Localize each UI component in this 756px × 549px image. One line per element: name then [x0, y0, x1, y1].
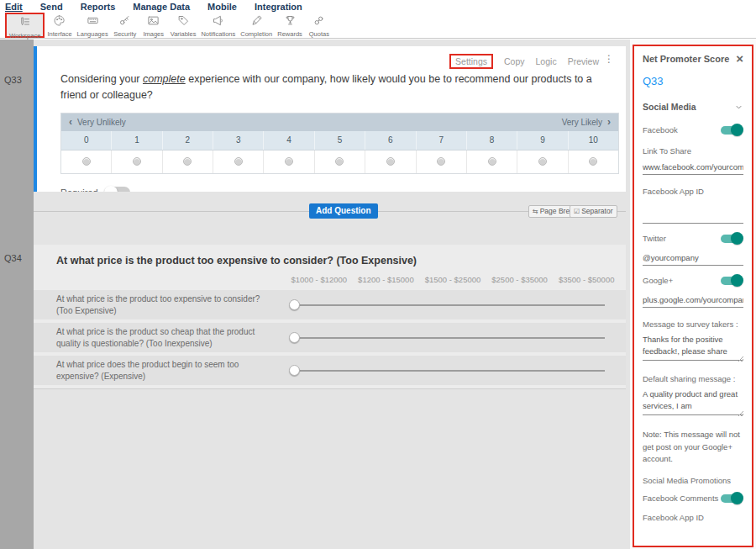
link-to-share-input[interactable] — [643, 161, 743, 175]
radio-button-2[interactable] — [183, 157, 192, 166]
menu-integration[interactable]: Integration — [255, 2, 302, 12]
radio-button-7[interactable] — [437, 157, 445, 166]
toolbar-label: Interface — [47, 30, 71, 38]
question-card-q34: At what price is the product too expensi… — [34, 245, 626, 389]
scale-point: 7 — [417, 131, 467, 150]
required-toggle[interactable] — [105, 187, 130, 192]
toolbar-label: Languages — [77, 30, 108, 38]
social-media-section-toggle[interactable]: Social Media — [643, 102, 743, 112]
scale-point: 4 — [264, 131, 314, 150]
price-column: $1200 - $15000 — [353, 275, 420, 284]
toolbar-item-notifications[interactable]: Notifications — [198, 13, 238, 38]
facebook-label: Facebook — [643, 125, 678, 135]
scale-point: 8 — [467, 131, 517, 150]
more-options-icon[interactable]: ⋮ — [604, 53, 614, 65]
scale-point: 10 — [569, 131, 618, 150]
message-to-survey-takers-textarea[interactable]: Thanks for the positive feedback!, pleas… — [643, 334, 743, 361]
chevron-right-icon[interactable]: › — [607, 116, 611, 128]
facebook-comments-label: Facebook Comments — [643, 494, 718, 503]
toolbar-item-workspace[interactable]: Workspace — [5, 13, 45, 38]
resize-grip-icon[interactable] — [738, 356, 743, 362]
chevron-left-icon[interactable]: ‹ — [69, 116, 72, 128]
slider-track[interactable] — [289, 365, 605, 377]
facebook-app-id-input[interactable] — [643, 209, 743, 224]
close-icon[interactable]: × — [736, 55, 743, 63]
radio-button-5[interactable] — [335, 157, 344, 166]
question-card-q33: Settings Copy Logic Preview ⋮ Considerin… — [34, 46, 626, 192]
separator-label: Separator — [581, 207, 612, 215]
google-plus-toggle[interactable] — [721, 277, 742, 285]
menu-manage-data[interactable]: Manage Data — [133, 2, 190, 12]
twitter-handle-input[interactable] — [643, 251, 743, 266]
toolbar-item-completion[interactable]: Completion — [238, 13, 275, 38]
toolbar-item-rewards[interactable]: Rewards — [275, 13, 305, 38]
image-icon — [147, 14, 160, 30]
add-question-button[interactable]: Add Question — [309, 203, 378, 219]
social-media-promotions-label: Social Media Promotions — [643, 476, 743, 485]
scale-point: 0 — [61, 131, 112, 150]
question-text-q34: At what price is the product too expensi… — [56, 255, 626, 267]
panel-header: Net Promoter Score × — [643, 54, 743, 64]
slider-track[interactable] — [289, 299, 605, 311]
radio-button-6[interactable] — [386, 157, 395, 166]
preview-button[interactable]: Preview — [568, 56, 599, 66]
scale-point: 6 — [365, 131, 416, 150]
separator-button[interactable]: ☑Separator — [570, 205, 617, 218]
resize-grip-icon[interactable] — [738, 410, 743, 416]
pen-icon — [250, 14, 263, 30]
menu-reports[interactable]: Reports — [81, 2, 116, 12]
facebook-app-id-2-input[interactable] — [643, 536, 743, 547]
trophy-icon — [284, 14, 297, 30]
slider-row: At what price is the product so cheap th… — [34, 323, 626, 352]
required-row: Required — [60, 187, 626, 192]
scale-point: 3 — [213, 131, 264, 150]
slider-handle[interactable] — [289, 332, 300, 343]
slider-row-label: At what price is the product so cheap th… — [56, 326, 289, 349]
facebook-app-id-2-label: Facebook App ID — [643, 513, 743, 522]
toolbar-item-variables[interactable]: Variables — [168, 13, 199, 38]
price-column: $1000 - $12000 — [286, 275, 353, 284]
facebook-toggle[interactable] — [721, 126, 742, 135]
menu-edit[interactable]: Edit — [5, 2, 23, 12]
radio-button-3[interactable] — [234, 157, 243, 166]
menu-mobile[interactable]: Mobile — [207, 2, 237, 12]
logic-button[interactable]: Logic — [536, 56, 557, 66]
toolbar-item-quotas[interactable]: Quotas — [305, 13, 333, 38]
toolbar-label: Images — [143, 30, 164, 38]
copy-button[interactable]: Copy — [504, 56, 525, 66]
slider-rows: At what price is the product too expensi… — [34, 290, 626, 389]
price-column: $3500 - $50000 — [553, 275, 620, 284]
toolbar-item-security[interactable]: Security — [111, 13, 139, 38]
slider-track[interactable] — [289, 332, 605, 344]
menu-send[interactable]: Send — [40, 2, 63, 12]
slider-handle[interactable] — [289, 299, 300, 310]
toolbar-item-images[interactable]: Images — [139, 13, 168, 38]
google-plus-url-input[interactable] — [643, 293, 743, 308]
question-number-rail: Q33 Q34 — [0, 40, 34, 549]
twitter-toggle[interactable] — [721, 235, 742, 243]
twitter-label: Twitter — [643, 234, 666, 243]
keyboard-icon — [87, 14, 99, 30]
radio-button-10[interactable] — [589, 157, 597, 166]
survey-editor-screen: Edit Send Reports Manage Data Mobile Int… — [0, 0, 756, 549]
toolbar-label: Variables — [171, 30, 197, 38]
question-text-part: Considering your — [60, 73, 143, 85]
default-sharing-message-textarea[interactable]: A quality product and great services, I … — [643, 388, 743, 415]
radio-button-9[interactable] — [538, 157, 547, 166]
toolbar-label: Notifications — [201, 30, 235, 38]
social-media-section-label: Social Media — [643, 102, 696, 112]
facebook-comments-toggle[interactable] — [721, 494, 742, 503]
slider-handle[interactable] — [289, 365, 300, 376]
radio-button-1[interactable] — [133, 157, 141, 166]
scale-point: 5 — [315, 131, 365, 150]
toolbar-item-interface[interactable]: Interface — [45, 13, 74, 38]
page-break-icon: ⇆ — [533, 208, 538, 215]
toolbar-item-languages[interactable]: Languages — [75, 13, 111, 38]
toolbar-label: Completion — [240, 30, 272, 38]
radio-button-4[interactable] — [285, 157, 293, 166]
radio-button-0[interactable] — [82, 157, 91, 166]
settings-button[interactable]: Settings — [449, 54, 493, 69]
slider-row: At what price is the product a bargain? … — [34, 388, 626, 389]
radio-button-8[interactable] — [488, 157, 496, 166]
question-text-q33: Considering your complete experience wit… — [60, 71, 602, 104]
